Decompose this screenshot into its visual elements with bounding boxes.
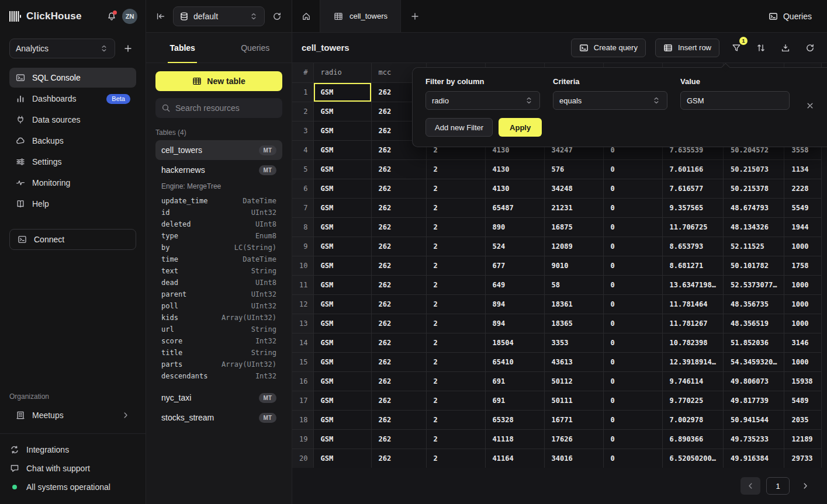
column-header[interactable]: radio: [313, 63, 371, 82]
tab-home[interactable]: [292, 0, 320, 32]
table-cell[interactable]: GSM: [313, 333, 371, 352]
table-cell[interactable]: 16771: [544, 410, 603, 429]
table-cell[interactable]: 29733: [784, 449, 822, 468]
table-cell[interactable]: 9.770225: [662, 391, 723, 410]
insert-row-button[interactable]: Insert row: [655, 39, 719, 57]
table-cell[interactable]: GSM: [313, 82, 371, 102]
apply-filter-button[interactable]: Apply: [499, 118, 542, 137]
table-cell[interactable]: 2035: [784, 410, 822, 429]
table-cell[interactable]: GSM: [313, 429, 371, 449]
table-cell[interactable]: 9.746114: [662, 371, 723, 391]
create-query-button[interactable]: Create query: [571, 39, 646, 57]
table-cell[interactable]: 691: [485, 391, 544, 410]
table-cell[interactable]: 65487: [485, 198, 544, 217]
table-cell[interactable]: 262: [371, 352, 426, 371]
table-cell[interactable]: 262: [371, 159, 426, 179]
add-service-button[interactable]: [120, 40, 136, 57]
table-cell[interactable]: GSM: [313, 217, 371, 237]
table-cell[interactable]: 50112: [544, 371, 603, 391]
table-cell[interactable]: GSM: [313, 352, 371, 371]
table-cell[interactable]: 48.674793: [723, 198, 784, 217]
sidebar-item-monitoring[interactable]: Monitoring: [9, 173, 136, 193]
table-cell[interactable]: 0: [603, 198, 662, 217]
table-cell[interactable]: 5549: [784, 198, 822, 217]
table-cell[interactable]: 2: [426, 159, 485, 179]
table-cell[interactable]: 1758: [784, 256, 822, 275]
table-cell[interactable]: 49.817739: [723, 391, 784, 410]
table-cell[interactable]: 0: [603, 179, 662, 198]
table-cell[interactable]: 48.134326: [723, 217, 784, 237]
sidebar-item-help[interactable]: Help: [9, 194, 136, 214]
table-cell[interactable]: 0: [603, 410, 662, 429]
table-cell[interactable]: 262: [371, 275, 426, 294]
table-cell[interactable]: 2: [426, 237, 485, 256]
table-cell[interactable]: 65410: [485, 352, 544, 371]
prev-page-button[interactable]: [741, 477, 760, 495]
add-new-filter-button[interactable]: Add new Filter: [425, 118, 493, 137]
table-cell[interactable]: 12089: [544, 237, 603, 256]
table-cell[interactable]: 52.5373077…: [723, 275, 784, 294]
table-cell[interactable]: 9.357565: [662, 198, 723, 217]
filter-column-select[interactable]: radio: [425, 91, 540, 110]
sidebar-item-backups[interactable]: Backups: [9, 131, 136, 151]
table-cell[interactable]: 262: [371, 391, 426, 410]
table-cell[interactable]: GSM: [313, 371, 371, 391]
table-cell[interactable]: 1000: [784, 294, 822, 314]
table-cell[interactable]: 2: [426, 391, 485, 410]
table-cell[interactable]: 262: [371, 333, 426, 352]
tab-cell-towers[interactable]: cell_towers: [320, 0, 401, 32]
table-cell[interactable]: 34248: [544, 179, 603, 198]
table-cell[interactable]: 649: [485, 275, 544, 294]
table-cell[interactable]: GSM: [313, 275, 371, 294]
table-cell[interactable]: 2228: [784, 179, 822, 198]
table-cell[interactable]: 7.616577: [662, 179, 723, 198]
table-cell[interactable]: 8.653793: [662, 237, 723, 256]
table-cell[interactable]: 0: [603, 371, 662, 391]
table-cell[interactable]: 1944: [784, 217, 822, 237]
table-cell[interactable]: 2: [426, 410, 485, 429]
filter-value-input[interactable]: [680, 91, 790, 110]
download-button[interactable]: [778, 40, 793, 55]
tab-tables[interactable]: Tables: [146, 33, 219, 62]
table-cell[interactable]: 12.3918914…: [662, 352, 723, 371]
table-cell[interactable]: GSM: [313, 449, 371, 468]
refresh-button[interactable]: [802, 40, 818, 55]
table-cell[interactable]: 2: [426, 198, 485, 217]
table-cell[interactable]: 0: [603, 237, 662, 256]
table-list-item-nyc-taxi[interactable]: nyc_taxiMT: [155, 388, 282, 408]
table-cell[interactable]: GSM: [313, 314, 371, 333]
table-cell[interactable]: 7.601166: [662, 159, 723, 179]
table-cell[interactable]: 51.852036: [723, 333, 784, 352]
table-cell[interactable]: 262: [371, 237, 426, 256]
table-cell[interactable]: 18365: [544, 314, 603, 333]
queries-button[interactable]: Queries: [769, 12, 812, 21]
search-input[interactable]: [175, 103, 281, 113]
table-cell[interactable]: 1134: [784, 159, 822, 179]
table-cell[interactable]: 8.681271: [662, 256, 723, 275]
table-cell[interactable]: 18504: [485, 333, 544, 352]
table-cell[interactable]: 1000: [784, 275, 822, 294]
table-cell[interactable]: 41164: [485, 449, 544, 468]
table-cell[interactable]: 50.941544: [723, 410, 784, 429]
current-page[interactable]: 1: [766, 477, 790, 495]
criteria-select[interactable]: equals: [553, 91, 667, 110]
table-cell[interactable]: 49.806073: [723, 371, 784, 391]
table-cell[interactable]: 2: [426, 314, 485, 333]
sidebar-footer-item-chat-with-support[interactable]: Chat with support: [9, 460, 136, 477]
new-table-button[interactable]: New table: [155, 71, 282, 91]
table-cell[interactable]: 2: [426, 294, 485, 314]
table-list-item-hackernews[interactable]: hackernewsMT: [155, 160, 282, 180]
table-cell[interactable]: 2: [426, 217, 485, 237]
table-cell[interactable]: 691: [485, 371, 544, 391]
table-cell[interactable]: 894: [485, 314, 544, 333]
sidebar-footer-item-integrations[interactable]: Integrations: [9, 441, 136, 458]
refresh-tables-button[interactable]: [269, 9, 285, 24]
notifications-button[interactable]: [107, 12, 116, 21]
table-cell[interactable]: 1000: [784, 314, 822, 333]
table-cell[interactable]: 524: [485, 237, 544, 256]
next-page-button[interactable]: [795, 477, 815, 495]
table-cell[interactable]: 4130: [485, 179, 544, 198]
table-cell[interactable]: 262: [371, 198, 426, 217]
table-cell[interactable]: 2: [426, 256, 485, 275]
table-cell[interactable]: 0: [603, 275, 662, 294]
